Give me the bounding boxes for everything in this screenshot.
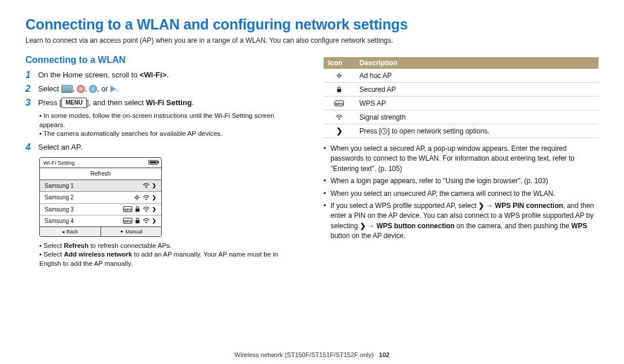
adhoc-icon bbox=[133, 194, 140, 201]
right-bullets: When you select a secured AP, a pop-up w… bbox=[324, 144, 599, 242]
chevron-icon: ❯ bbox=[152, 183, 157, 188]
mode-icon-4 bbox=[110, 86, 116, 92]
ap-status-icons: ❯ bbox=[123, 218, 157, 224]
table-header-icon: Icon bbox=[324, 57, 355, 69]
chevron-icon: ❯ bbox=[336, 127, 343, 135]
table-icon-cell bbox=[324, 96, 355, 110]
step-4-notes: Select Refresh to refresh connectable AP… bbox=[39, 242, 300, 269]
table-row: WPS AP bbox=[324, 96, 599, 110]
wifi-screen-footer: ◂ Back ✦ Manual bbox=[40, 226, 161, 236]
table-desc-cell: Press [] to open network setting options… bbox=[355, 124, 599, 138]
chevron-icon: ❯ bbox=[152, 195, 157, 200]
chevron-icon: ❯ bbox=[478, 201, 484, 211]
ap-name: Samsung 3 bbox=[44, 206, 74, 213]
step-text: On the Home screen, scroll to <Wi-Fi>. bbox=[38, 70, 300, 80]
section-heading: Connecting to a WLAN bbox=[25, 55, 300, 65]
step-number: 1 bbox=[25, 70, 34, 80]
table-desc-cell: Ad hoc AP bbox=[355, 69, 599, 83]
wps-icon bbox=[335, 101, 344, 106]
ap-row[interactable]: Samsung 4 ❯ bbox=[40, 216, 161, 226]
step-number: 4 bbox=[25, 142, 34, 153]
ap-name: Samsung 2 bbox=[44, 194, 74, 200]
back-button[interactable]: ◂ Back bbox=[40, 227, 101, 236]
clock-icon bbox=[381, 128, 388, 135]
bullet-item: If you select a WPS profile supported AP… bbox=[324, 201, 599, 242]
note-item: Select Add wireless network to add an AP… bbox=[39, 250, 300, 268]
table-row: ❯ Press [] to open network setting optio… bbox=[324, 124, 599, 138]
refresh-row[interactable]: Refresh bbox=[40, 168, 161, 180]
ap-name: Samsung 4 bbox=[44, 218, 74, 224]
wps-icon bbox=[123, 206, 132, 212]
ap-status-icons: ❯ bbox=[133, 194, 157, 201]
step-3: 3 Press [MENU], and then select Wi-Fi Se… bbox=[25, 98, 300, 108]
wifi-icon bbox=[336, 114, 343, 120]
note-item: In some modes, follow the on-screen inst… bbox=[39, 112, 300, 129]
battery-icon bbox=[148, 160, 158, 165]
bullet-item: When you select an unsecured AP, the cam… bbox=[324, 189, 599, 199]
table-desc-cell: WPS AP bbox=[355, 96, 599, 110]
step-3-notes: In some modes, follow the on-screen inst… bbox=[39, 112, 300, 139]
step-number: 2 bbox=[25, 84, 34, 94]
bullet-item: When you select a secured AP, a pop-up w… bbox=[324, 144, 599, 174]
table-desc-cell: Secured AP bbox=[355, 83, 599, 96]
ap-name: Samsung 1 bbox=[44, 183, 74, 189]
mode-icon-2 bbox=[77, 85, 85, 93]
left-column: Connecting to a WLAN 1 On the Home scree… bbox=[25, 55, 300, 270]
ap-row[interactable]: Samsung 2 ❯ bbox=[40, 192, 161, 204]
step-4: 4 Select an AP. bbox=[25, 142, 300, 153]
manual-page: Connecting to a WLAN and configuring net… bbox=[0, 0, 624, 364]
bullet-item: When a login page appears, refer to "Usi… bbox=[324, 176, 599, 186]
table-row: Secured AP bbox=[324, 83, 599, 96]
page-footer: Wireless network (ST150F/ST151F/ST152F o… bbox=[0, 351, 624, 358]
chevron-icon: ❯ bbox=[152, 218, 157, 224]
step-text: Press [MENU], and then select Wi-Fi Sett… bbox=[38, 98, 300, 108]
note-item: The camera automatically searches for av… bbox=[39, 129, 300, 139]
wifi-icon bbox=[143, 195, 150, 200]
table-desc-cell: Signal strength bbox=[355, 110, 599, 124]
lock-icon bbox=[135, 218, 140, 224]
adhoc-icon bbox=[336, 72, 343, 79]
wifi-icon bbox=[143, 183, 150, 188]
table-icon-cell: ❯ bbox=[324, 124, 355, 138]
step-text: Select an AP. bbox=[38, 142, 300, 153]
table-icon-cell bbox=[324, 83, 355, 96]
ap-row[interactable]: Samsung 1 ❯ bbox=[40, 180, 161, 192]
lock-icon bbox=[336, 87, 342, 92]
ap-row[interactable]: Samsung 3 ❯ bbox=[40, 204, 161, 216]
icon-description-table: Icon Description Ad hoc AP Secured AP WP… bbox=[324, 57, 599, 138]
ap-status-icons: ❯ bbox=[143, 183, 157, 188]
right-column: Icon Description Ad hoc AP Secured AP WP… bbox=[324, 55, 599, 270]
page-title: Connecting to a WLAN and configuring net… bbox=[25, 16, 599, 33]
step-text: Select , , , or . bbox=[38, 84, 300, 94]
step-2: 2 Select , , , or . bbox=[25, 84, 300, 94]
lock-icon bbox=[135, 206, 140, 212]
menu-button-icon: MENU bbox=[61, 98, 86, 108]
manual-button[interactable]: ✦ Manual bbox=[101, 227, 162, 236]
wps-icon bbox=[123, 218, 132, 224]
note-item: Select Refresh to refresh connectable AP… bbox=[39, 242, 300, 251]
mode-icon-1 bbox=[61, 85, 73, 93]
mode-icon-3 bbox=[89, 85, 97, 93]
wifi-setting-screen: Wi-Fi Setting Refresh Samsung 1 ❯Samsung… bbox=[39, 157, 162, 237]
wifi-icon bbox=[143, 206, 150, 212]
chevron-icon: ❯ bbox=[152, 206, 157, 212]
wifi-screen-header: Wi-Fi Setting bbox=[40, 158, 161, 168]
step-number: 3 bbox=[25, 98, 34, 108]
ap-status-icons: ❯ bbox=[123, 206, 157, 212]
page-number: 102 bbox=[379, 351, 389, 358]
table-icon-cell bbox=[324, 69, 355, 83]
table-row: Ad hoc AP bbox=[324, 69, 599, 83]
table-header-desc: Description bbox=[355, 57, 599, 69]
wifi-icon bbox=[143, 218, 150, 224]
table-row: Signal strength bbox=[324, 110, 599, 124]
chevron-icon: ❯ bbox=[360, 221, 366, 231]
intro-text: Learn to connect via an access point (AP… bbox=[25, 36, 599, 44]
wifi-screen-title: Wi-Fi Setting bbox=[43, 159, 75, 166]
table-icon-cell bbox=[324, 110, 355, 124]
step-1: 1 On the Home screen, scroll to <Wi-Fi>. bbox=[25, 70, 300, 80]
